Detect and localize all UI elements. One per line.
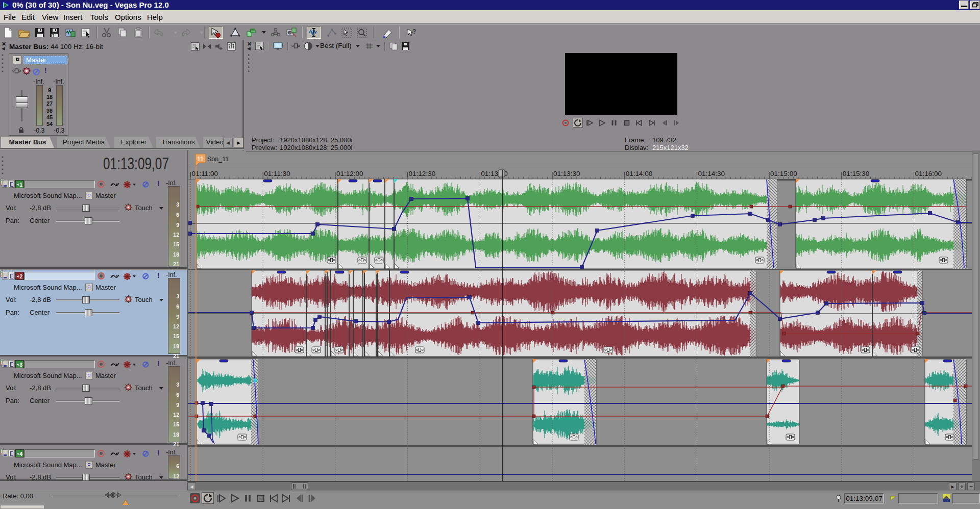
svg-text:?: ? [52, 33, 55, 38]
svg-text:01:11:00: 01:11:00 [192, 170, 218, 177]
svg-text:01:14:30: 01:14:30 [698, 170, 725, 177]
svg-text:01:13:30: 01:13:30 [553, 170, 580, 177]
svg-text:01:15:00: 01:15:00 [770, 170, 797, 177]
svg-text:01:12:30: 01:12:30 [409, 170, 436, 177]
svg-text:11: 11 [197, 156, 204, 163]
svg-text:01:14:00: 01:14:00 [626, 170, 653, 177]
svg-text:01:11:30: 01:11:30 [264, 170, 290, 177]
svg-text:01:12:00: 01:12:00 [336, 170, 363, 177]
svg-text:?: ? [412, 28, 416, 35]
svg-text:Son_11: Son_11 [207, 156, 229, 163]
svg-text:01:15:30: 01:15:30 [843, 170, 870, 177]
svg-text:01:16:00: 01:16:00 [915, 170, 942, 177]
